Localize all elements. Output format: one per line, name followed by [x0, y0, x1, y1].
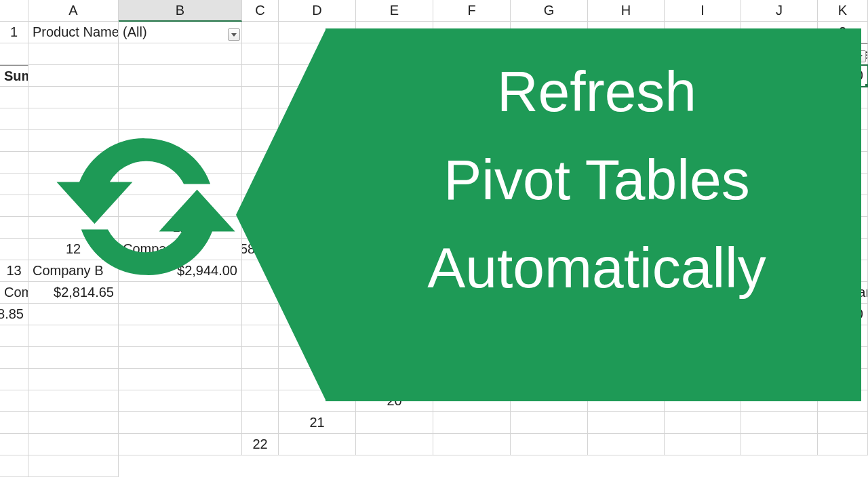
cell[interactable] — [588, 412, 665, 434]
col-header-A[interactable]: A — [28, 0, 119, 22]
refresh-icon — [51, 112, 241, 302]
cell[interactable] — [119, 65, 242, 87]
cell[interactable] — [119, 43, 242, 65]
cell[interactable] — [0, 217, 28, 239]
col-header-I[interactable]: I — [665, 0, 741, 22]
banner-line3: Automatically — [346, 224, 848, 312]
banner-arrow — [236, 28, 326, 401]
cell[interactable] — [28, 87, 119, 108]
cell[interactable] — [0, 412, 28, 434]
cell[interactable] — [818, 434, 868, 455]
banner-line1: Refresh — [346, 47, 848, 136]
col-header-B[interactable]: B — [119, 0, 242, 22]
cell[interactable] — [0, 108, 28, 130]
filter-label: Product Name — [28, 22, 119, 43]
col-header-H[interactable]: H — [588, 0, 665, 22]
cell[interactable] — [119, 87, 242, 108]
cell[interactable] — [119, 390, 242, 412]
cell[interactable] — [0, 152, 28, 174]
cell[interactable] — [0, 325, 28, 347]
banner-text: Refresh Pivot Tables Automatically — [346, 47, 848, 312]
cell[interactable] — [28, 455, 119, 477]
cell[interactable] — [433, 412, 511, 434]
cell[interactable] — [119, 325, 242, 347]
filter-value-cell[interactable]: (All) — [119, 22, 242, 43]
selection-handle[interactable] — [865, 84, 868, 87]
cell[interactable] — [818, 412, 868, 434]
cell[interactable] — [433, 434, 511, 455]
pivot-sum-header[interactable]: Sum of Revenue — [0, 65, 28, 87]
col-header-E[interactable]: E — [356, 0, 433, 22]
cell[interactable] — [0, 174, 28, 195]
banner-line2: Pivot Tables — [346, 136, 848, 224]
col-header-F[interactable]: F — [433, 0, 511, 22]
cell[interactable] — [242, 412, 279, 434]
cell[interactable] — [28, 369, 119, 390]
pivot-row-label[interactable]: Company I — [0, 282, 28, 304]
cell[interactable] — [279, 434, 356, 455]
cell[interactable] — [741, 434, 818, 455]
cell[interactable] — [119, 412, 242, 434]
cell[interactable] — [28, 412, 119, 434]
cell[interactable] — [665, 412, 741, 434]
cell[interactable] — [741, 412, 818, 434]
cell[interactable] — [119, 347, 242, 369]
cell[interactable] — [0, 347, 28, 369]
cell[interactable] — [28, 65, 119, 87]
col-header-K[interactable]: K — [818, 0, 868, 22]
cell[interactable] — [28, 347, 119, 369]
cell[interactable] — [119, 434, 242, 455]
cell[interactable] — [588, 434, 665, 455]
col-header-J[interactable]: J — [741, 0, 818, 22]
cell[interactable] — [665, 434, 741, 455]
cell[interactable] — [356, 412, 433, 434]
cell[interactable] — [28, 43, 119, 65]
cell[interactable] — [119, 369, 242, 390]
row-header-21[interactable]: 21 — [279, 412, 356, 434]
cell[interactable] — [356, 434, 433, 455]
col-header-D[interactable]: D — [279, 0, 356, 22]
pivot-row-value[interactable]: $1,618.85 — [0, 304, 28, 325]
cell[interactable] — [511, 434, 588, 455]
cell[interactable] — [119, 304, 242, 325]
grid-corner[interactable] — [0, 0, 28, 22]
cell[interactable] — [0, 390, 28, 412]
cell[interactable] — [0, 43, 28, 65]
filter-value: (All) — [123, 24, 147, 40]
cell[interactable] — [0, 195, 28, 217]
row-header-1[interactable]: 1 — [0, 22, 28, 43]
cell[interactable] — [28, 390, 119, 412]
row-header-22[interactable]: 22 — [242, 434, 279, 455]
cell[interactable] — [0, 87, 28, 108]
cell[interactable] — [28, 325, 119, 347]
cell[interactable] — [0, 239, 28, 260]
cell[interactable] — [0, 369, 28, 390]
cell[interactable] — [0, 130, 28, 152]
row-header-13[interactable]: 13 — [0, 260, 28, 282]
col-header-G[interactable]: G — [511, 0, 588, 22]
cell[interactable] — [28, 304, 119, 325]
cell[interactable] — [511, 412, 588, 434]
cell[interactable] — [0, 434, 28, 455]
col-header-C[interactable]: C — [242, 0, 279, 22]
cell[interactable] — [0, 455, 28, 477]
cell[interactable] — [28, 434, 119, 455]
